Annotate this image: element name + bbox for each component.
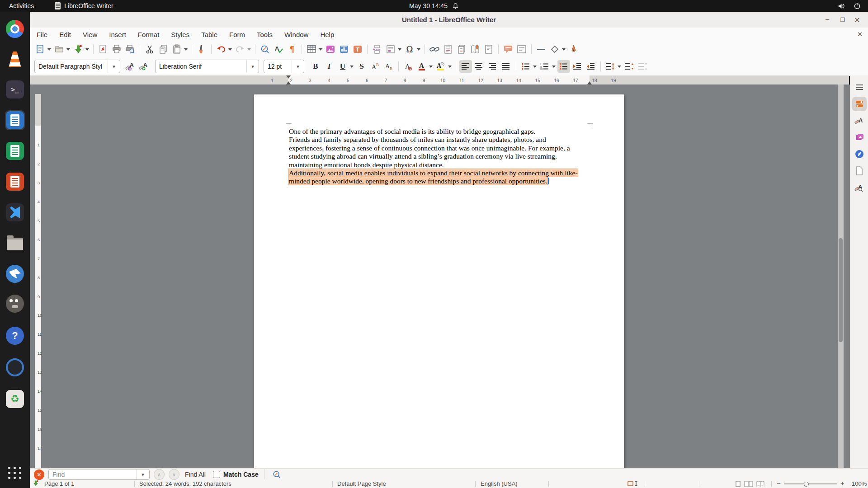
- document-page[interactable]: One of the primary advantages of social …: [254, 94, 624, 469]
- font-size-dropdown[interactable]: ▾: [292, 60, 304, 73]
- insert-bookmark-button[interactable]: [469, 43, 481, 56]
- menu-tools[interactable]: Tools: [251, 29, 278, 40]
- menu-view[interactable]: View: [77, 29, 103, 40]
- unordered-list-button[interactable]: [519, 60, 532, 73]
- find-close-button[interactable]: ✕: [34, 469, 44, 480]
- menu-form[interactable]: Form: [223, 29, 251, 40]
- insert-table-dropdown[interactable]: [318, 43, 324, 56]
- align-left-button[interactable]: [459, 60, 472, 73]
- paragraph-style-dropdown[interactable]: ▾: [108, 60, 120, 73]
- word-count-status[interactable]: Selected: 24 words, 192 characters: [139, 480, 231, 487]
- vertical-scrollbar[interactable]: [838, 84, 844, 468]
- basic-shapes-dropdown[interactable]: [561, 43, 567, 56]
- undo-dropdown[interactable]: [228, 43, 233, 56]
- redo-dropdown[interactable]: [247, 43, 252, 56]
- sidebar-style-inspector-tab[interactable]: A: [852, 180, 867, 195]
- bold-button[interactable]: B: [309, 60, 322, 73]
- horizontal-ruler[interactable]: 12345678910111213141516171819: [30, 75, 849, 84]
- insert-field-button[interactable]: [384, 43, 397, 56]
- find-all-button[interactable]: Find All: [185, 471, 206, 478]
- paste-dropdown[interactable]: [184, 43, 189, 56]
- new-style-button[interactable]: A: [137, 60, 150, 73]
- sidebar-properties-tab[interactable]: [852, 97, 867, 111]
- dock-terminal[interactable]: >_: [5, 80, 25, 99]
- track-changes-button[interactable]: [515, 43, 528, 56]
- highlight-color-dropdown[interactable]: [448, 60, 453, 73]
- strikethrough-button[interactable]: S: [355, 60, 368, 73]
- zoom-level-status[interactable]: 100%: [852, 480, 867, 487]
- dock-show-applications[interactable]: [5, 463, 25, 483]
- dock-libreoffice-calc[interactable]: [5, 141, 25, 161]
- sidebar-styles-tab[interactable]: A: [852, 113, 867, 128]
- superscript-button[interactable]: AB: [369, 60, 382, 73]
- justify-button[interactable]: [500, 60, 513, 73]
- export-pdf-button[interactable]: [97, 43, 109, 56]
- find-next-button[interactable]: ∨: [169, 469, 179, 480]
- increase-paragraph-spacing-button[interactable]: [623, 60, 636, 73]
- font-size-combobox[interactable]: 12 pt ▾: [264, 60, 304, 73]
- font-name-dropdown[interactable]: ▾: [246, 60, 259, 73]
- dock-thunderbird[interactable]: [5, 264, 25, 284]
- paragraph-style-combobox[interactable]: Default Paragraph Styl ▾: [34, 60, 120, 73]
- sidebar-settings-button[interactable]: [852, 80, 867, 94]
- undo-button[interactable]: [215, 43, 227, 56]
- insert-comment-button[interactable]: [502, 43, 514, 56]
- decrease-paragraph-spacing-button[interactable]: [637, 60, 649, 73]
- menu-table[interactable]: Table: [195, 29, 223, 40]
- open-dropdown[interactable]: [66, 43, 71, 56]
- single-page-view-button[interactable]: [735, 481, 741, 487]
- left-indent-marker[interactable]: [286, 81, 291, 84]
- zoom-slider-track[interactable]: [784, 483, 837, 484]
- dock-settings[interactable]: [5, 357, 25, 377]
- find-history-dropdown[interactable]: ▾: [136, 469, 149, 479]
- insert-cross-reference-button[interactable]: [482, 43, 495, 56]
- volume-icon[interactable]: [838, 3, 845, 9]
- zoom-out-button[interactable]: −: [777, 479, 781, 487]
- find-previous-button[interactable]: ∧: [154, 469, 165, 480]
- dock-libreoffice-writer[interactable]: [5, 110, 25, 130]
- ordered-list-dropdown[interactable]: [552, 60, 557, 73]
- copy-button[interactable]: [157, 43, 170, 56]
- special-character-button[interactable]: Ω: [403, 43, 416, 56]
- document-modified-icon[interactable]: [33, 480, 39, 487]
- sidebar-gallery-tab[interactable]: [852, 130, 867, 145]
- find-replace-button[interactable]: [259, 43, 271, 56]
- menu-window[interactable]: Window: [278, 29, 314, 40]
- dock-archive[interactable]: ♻: [5, 389, 25, 409]
- new-document-button[interactable]: [34, 43, 47, 56]
- redo-button[interactable]: [234, 43, 246, 56]
- cut-button[interactable]: [143, 43, 156, 56]
- minimize-button[interactable]: −: [822, 14, 833, 25]
- update-style-button[interactable]: A: [124, 60, 137, 73]
- focused-app-menu[interactable]: LibreOffice Writer: [55, 2, 113, 9]
- italic-button[interactable]: I: [323, 60, 335, 73]
- insert-endnote-button[interactable]: [455, 43, 468, 56]
- save-dropdown[interactable]: [85, 43, 90, 56]
- match-case-checkbox[interactable]: [213, 471, 220, 478]
- insert-page-break-button[interactable]: [371, 43, 383, 56]
- scrollbar-thumb[interactable]: [839, 238, 843, 342]
- paste-button[interactable]: [170, 43, 183, 56]
- page-count-status[interactable]: Page 1 of 1: [44, 480, 75, 487]
- special-character-dropdown[interactable]: [416, 43, 422, 56]
- vertical-ruler[interactable]: 1234567891011121314151617: [35, 94, 41, 468]
- close-document-icon[interactable]: ✕: [855, 30, 864, 39]
- basic-shapes-button[interactable]: [548, 43, 561, 56]
- align-right-button[interactable]: [486, 60, 499, 73]
- dock-vlc[interactable]: [5, 49, 25, 69]
- sidebar-navigator-tab[interactable]: [852, 147, 867, 161]
- font-color-dropdown[interactable]: [429, 60, 434, 73]
- increase-indent-button[interactable]: [571, 60, 584, 73]
- menu-styles[interactable]: Styles: [165, 29, 195, 40]
- dock-chrome[interactable]: [5, 19, 25, 39]
- menu-edit[interactable]: Edit: [53, 29, 77, 40]
- horizontal-line-button[interactable]: [535, 43, 547, 56]
- window-title-bar[interactable]: Untitled 1 - LibreOffice Writer − ❐ ✕: [30, 12, 868, 28]
- sidebar-page-tab[interactable]: [852, 164, 867, 178]
- subscript-button[interactable]: AB: [382, 60, 395, 73]
- clone-formatting-button[interactable]: [195, 43, 208, 56]
- page-style-status[interactable]: Default Page Style: [337, 480, 386, 487]
- line-spacing-dropdown[interactable]: [617, 60, 623, 73]
- menu-format[interactable]: Format: [132, 29, 165, 40]
- insert-chart-button[interactable]: [338, 43, 350, 56]
